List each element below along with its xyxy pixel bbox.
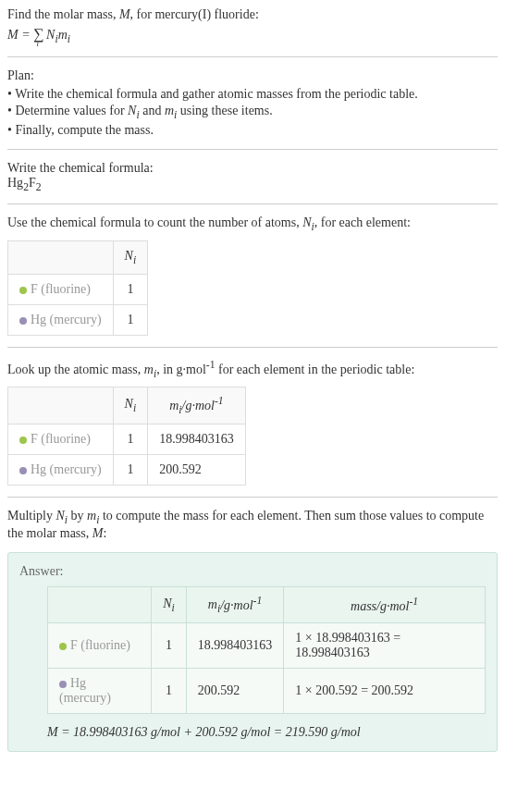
divider	[7, 149, 498, 150]
empty-header	[8, 388, 114, 424]
table-row: F (fluorine) 1	[8, 274, 148, 304]
plan-section: Plan: • Write the chemical formula and g…	[7, 68, 498, 138]
step4-text: Multiply Ni by mi to compute the mass fo…	[7, 509, 498, 541]
element-label: Hg (mercury)	[59, 676, 111, 705]
step2-section: Use the chemical formula to count the nu…	[7, 215, 498, 336]
intro-section: Find the molar mass, M, for mercury(I) f…	[7, 7, 498, 45]
element-cell: Hg (mercury)	[8, 454, 114, 485]
final-equation: M = 18.998403163 g/mol + 200.592 g/mol =…	[47, 725, 486, 740]
answer-box: Answer: Ni mi/g·mol-1 mass/g·mol-1 F (fl…	[7, 552, 498, 752]
atom-count-table: Ni F (fluorine) 1 Hg (mercury) 1	[7, 240, 148, 336]
ni-header: Ni	[113, 241, 148, 275]
mi-value: 18.998403163	[148, 424, 246, 454]
element-label: F (fluorine)	[31, 432, 91, 446]
element-dot-icon	[59, 681, 67, 688]
mi-value: 18.998403163	[186, 623, 284, 669]
step4-section: Multiply Ni by mi to compute the mass fo…	[7, 509, 498, 541]
element-label: F (fluorine)	[31, 282, 91, 296]
ni-value: 1	[113, 274, 148, 304]
table-header-row: Ni mi/g·mol-1 mass/g·mol-1	[48, 586, 486, 622]
atomic-mass-table: Ni mi/g·mol-1 F (fluorine) 1 18.99840316…	[7, 387, 246, 485]
table-row: Hg (mercury) 1 200.592 1 × 200.592 = 200…	[48, 669, 486, 714]
mi-value: 200.592	[186, 669, 284, 714]
empty-header	[8, 241, 114, 275]
table-row: Hg (mercury) 1 200.592	[8, 454, 246, 485]
divider	[7, 203, 498, 204]
ni-value: 1	[113, 454, 148, 485]
element-cell: F (fluorine)	[48, 623, 152, 669]
answer-label: Answer:	[19, 564, 486, 579]
table-header-row: Ni mi/g·mol-1	[8, 388, 246, 424]
ni-value: 1	[113, 304, 148, 335]
chemical-formula: Hg2F2	[7, 176, 498, 193]
molar-mass-formula: M = ∑iNimi	[7, 26, 498, 45]
element-cell: Hg (mercury)	[48, 669, 152, 714]
plan-item: • Finally, compute the mass.	[7, 123, 498, 138]
divider	[7, 56, 498, 57]
ni-value: 1	[113, 424, 148, 454]
step3-title: Look up the atomic mass, mi, in g·mol-1 …	[7, 359, 498, 379]
divider	[7, 497, 498, 498]
element-label: Hg (mercury)	[31, 313, 102, 326]
element-dot-icon	[19, 437, 27, 444]
step1-title: Write the chemical formula:	[7, 161, 498, 176]
table-row: F (fluorine) 1 18.998403163 1 × 18.99840…	[48, 623, 486, 669]
element-dot-icon	[19, 317, 27, 325]
element-label: Hg (mercury)	[31, 462, 102, 476]
element-dot-icon	[19, 287, 27, 294]
intro-text: Find the molar mass, M, for mercury(I) f…	[7, 7, 498, 22]
element-dot-icon	[19, 467, 27, 474]
element-cell: F (fluorine)	[8, 424, 114, 454]
element-label: F (fluorine)	[70, 638, 130, 652]
mi-header: mi/g·mol-1	[148, 388, 246, 424]
table-header-row: Ni	[8, 241, 148, 275]
table-row: Hg (mercury) 1	[8, 304, 148, 335]
mi-header: mi/g·mol-1	[186, 586, 284, 622]
mass-header: mass/g·mol-1	[284, 586, 486, 622]
table-row: F (fluorine) 1 18.998403163	[8, 424, 246, 454]
plan-item: • Determine values for Ni and mi using t…	[7, 104, 498, 121]
mi-value: 200.592	[148, 454, 246, 485]
ni-value: 1	[152, 669, 187, 714]
plan-list: • Write the chemical formula and gather …	[7, 87, 498, 138]
step3-section: Look up the atomic mass, mi, in g·mol-1 …	[7, 359, 498, 486]
element-cell: Hg (mercury)	[8, 304, 114, 335]
divider	[7, 347, 498, 348]
empty-header	[48, 586, 152, 622]
ni-value: 1	[152, 623, 187, 669]
element-cell: F (fluorine)	[8, 274, 114, 304]
ni-header: Ni	[113, 388, 148, 424]
element-dot-icon	[59, 643, 67, 650]
answer-table: Ni mi/g·mol-1 mass/g·mol-1 F (fluorine) …	[47, 586, 486, 714]
plan-item: • Write the chemical formula and gather …	[7, 87, 498, 102]
mass-value: 1 × 200.592 = 200.592	[284, 669, 486, 714]
mass-value: 1 × 18.998403163 = 18.998403163	[284, 623, 486, 669]
plan-title: Plan:	[7, 68, 498, 83]
step2-title: Use the chemical formula to count the nu…	[7, 215, 498, 233]
step1-section: Write the chemical formula: Hg2F2	[7, 161, 498, 193]
ni-header: Ni	[152, 586, 187, 622]
